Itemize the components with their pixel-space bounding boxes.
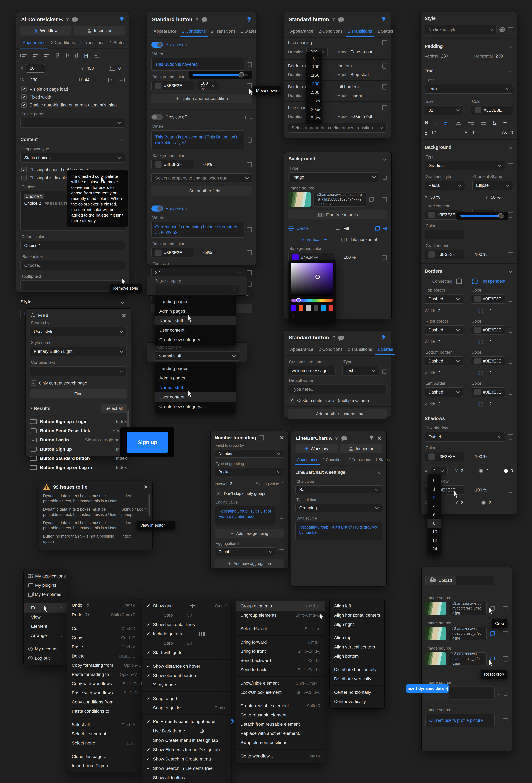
menu-item[interactable]: ✓ Show Elements tree in Design tab	[142, 745, 231, 754]
menu-item[interactable]	[330, 685, 385, 686]
menu-item[interactable]: ✓ Show all tooltips	[142, 773, 231, 782]
menu-item[interactable]	[330, 631, 385, 631]
border-color-input[interactable]: #3E3E3E	[471, 294, 505, 304]
image-url-input[interactable]	[448, 687, 495, 699]
inspector-button[interactable]: Inspector	[74, 26, 125, 35]
trash-icon[interactable]	[508, 163, 513, 168]
line-height-value[interactable]: 12	[431, 130, 436, 135]
menu-item[interactable]: Detach from reusable element	[236, 720, 325, 729]
image-thumbnail[interactable]	[426, 627, 446, 640]
menu-item[interactable]: Redo Shift+Cmd+Z	[67, 610, 140, 620]
help-icon[interactable]: ?	[332, 17, 335, 22]
result-row[interactable]: → Button Sign up / Login Index	[26, 417, 131, 426]
help-icon[interactable]: ?	[66, 17, 69, 22]
palette-swatch[interactable]	[321, 305, 326, 311]
trash-icon[interactable]	[382, 197, 387, 202]
style-section-header[interactable]: Style	[21, 299, 125, 305]
issue-row[interactable]: Dynamic data in text boxes must be print…	[39, 505, 152, 519]
trash-icon[interactable]	[503, 690, 508, 696]
dropdown-option[interactable]: 1	[428, 485, 441, 493]
trash-icon[interactable]	[508, 212, 513, 218]
menu-item[interactable]: ✓ Use Dark theme	[142, 726, 231, 735]
border-style-select[interactable]: Dashed	[425, 294, 463, 304]
dynamic-expression[interactable]: Current user's profile picture	[429, 718, 483, 723]
menu-item[interactable]: ✓ X-ray mode	[142, 680, 231, 690]
upload-button[interactable]: Upload	[426, 575, 456, 585]
dropdown-type-select[interactable]: Static choices	[21, 153, 125, 162]
menu-item[interactable]: Select all Cmd+A	[67, 720, 140, 729]
menu-item[interactable]: Create reusable element Shift+R	[236, 701, 325, 711]
condition-expression[interactable]: This Button is pressed and This Button i…	[152, 130, 244, 149]
palette-swatch[interactable]	[314, 305, 318, 311]
width-value[interactable]: 2	[438, 371, 440, 376]
page-category-select[interactable]: Normal stuff	[155, 351, 239, 361]
trash-icon[interactable]	[247, 61, 253, 67]
trash-icon[interactable]	[382, 63, 387, 69]
menu-item[interactable]: Align right	[330, 620, 385, 629]
move-up-icon[interactable]: ↑	[244, 115, 247, 120]
tile-vertical-option[interactable]: Tile vertical	[299, 237, 321, 242]
vertical-value[interactable]: 230	[441, 54, 448, 59]
dropdown-option[interactable]: User content	[155, 325, 236, 335]
aggregation-select[interactable]: Count	[215, 547, 276, 556]
trash-icon[interactable]	[247, 137, 253, 143]
download-icon[interactable]: ↓	[497, 718, 500, 723]
pin-icon[interactable]	[381, 17, 386, 22]
color-swatch[interactable]	[155, 250, 162, 256]
trash-icon[interactable]	[382, 254, 387, 260]
palette-swatch[interactable]	[299, 305, 303, 311]
dropdown-option[interactable]: 5 sec	[306, 114, 322, 122]
trash-icon[interactable]	[259, 435, 264, 441]
trash-icon[interactable]	[279, 549, 284, 555]
menu-item[interactable]: Paste Cmd+V	[67, 642, 140, 652]
menu-item[interactable]: ✓ Show horizontal lines	[142, 620, 231, 629]
menu-item[interactable]: Cut Cmd+X	[67, 624, 140, 633]
color-swatch[interactable]	[474, 296, 481, 302]
tab[interactable]: 2 Conditions	[180, 27, 208, 37]
slider-knob[interactable]	[239, 72, 244, 77]
borders-section-header[interactable]: Borders	[425, 268, 513, 274]
tab[interactable]: 2 Transitions	[78, 38, 107, 49]
menu-item[interactable]: ✓ Show Search in Elements tree	[142, 764, 231, 773]
justify-button[interactable]	[481, 121, 486, 125]
trash-icon[interactable]	[503, 656, 508, 662]
field-select[interactable]: Number	[215, 449, 284, 458]
tab[interactable]: 2 Transitions	[209, 27, 238, 37]
fill-option[interactable]: Fill	[343, 226, 349, 231]
size-select[interactable]: 32	[425, 105, 463, 115]
box-shadow-select[interactable]: Outset	[425, 432, 505, 442]
background-section-header[interactable]: Background	[289, 156, 387, 162]
add-aggregation-button[interactable]: +Add new aggregation	[215, 559, 284, 568]
state-type-select[interactable]: text	[342, 366, 379, 376]
set-another-field-button[interactable]: +Set another field	[152, 186, 253, 195]
gradient-end-color[interactable]: #3E3E3E	[425, 250, 464, 259]
menu-item[interactable]: Send backward Cmd+[	[236, 656, 325, 665]
menu-item[interactable]: Copy conditions from	[67, 697, 140, 707]
menu-item[interactable]: Align top	[330, 633, 385, 643]
pin-icon[interactable]	[119, 17, 124, 22]
width-value[interactable]: 2	[438, 402, 440, 407]
issue-row[interactable]: Button no more than 5 - is not a possibl…	[39, 532, 152, 545]
menu-item[interactable]: Align bottom	[330, 652, 385, 661]
slider-track[interactable]	[460, 215, 504, 217]
tab[interactable]: 2 Transitions	[346, 345, 374, 355]
tooltip-text-input[interactable]	[21, 280, 125, 290]
tab[interactable]: 1 States	[239, 27, 259, 37]
w-value[interactable]: 230	[27, 77, 46, 83]
menu-item[interactable]: Select Parent Shift+ ▲	[236, 624, 325, 633]
trash-icon[interactable]	[508, 487, 513, 493]
state-name-input[interactable]: welcome-message	[288, 366, 335, 376]
trash-icon[interactable]	[503, 631, 508, 636]
trash-icon[interactable]	[382, 84, 387, 90]
radius-value[interactable]: 2	[486, 309, 513, 313]
data-source-input[interactable]: RepeatingGroup Fruit's List of Fruits:gr…	[295, 522, 382, 540]
menu-item[interactable]: ✓ Snap to grid	[142, 694, 231, 703]
search-by-select[interactable]: Uses style	[30, 327, 127, 336]
trash-icon[interactable]	[382, 105, 387, 111]
text-color-input[interactable]: #3E3E3E	[471, 105, 513, 115]
crop-icon[interactable]	[490, 656, 495, 661]
issue-row[interactable]: Dynamic data in text boxes must be print…	[39, 492, 152, 505]
comment-icon[interactable]	[72, 18, 78, 22]
signup-button-preview[interactable]: Sign up	[127, 432, 168, 453]
menu-item[interactable]: ✓ Step 20	[142, 638, 231, 648]
